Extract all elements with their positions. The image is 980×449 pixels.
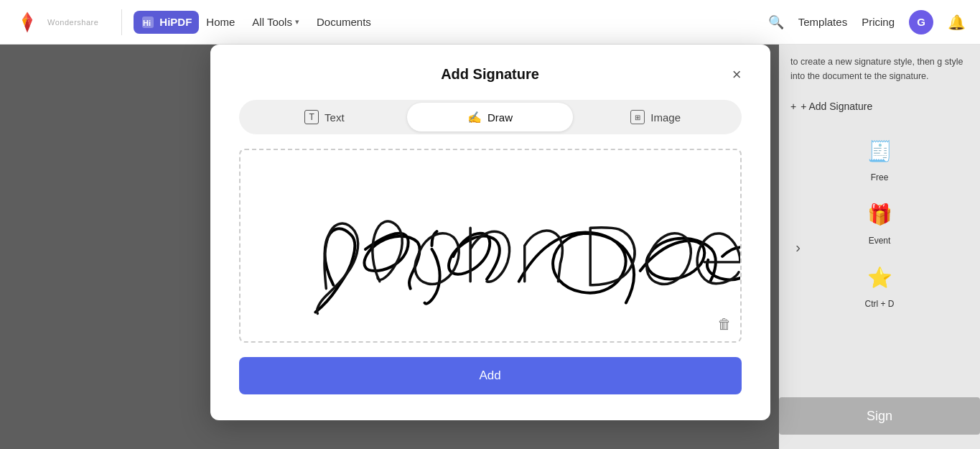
- draw-tab-label: Draw: [487, 111, 513, 124]
- hipdf-badge[interactable]: Hi HiPDF: [134, 11, 199, 34]
- event-label: Event: [869, 236, 891, 246]
- clear-signature-button[interactable]: 🗑: [717, 316, 732, 333]
- tab-draw[interactable]: ✍ Draw: [407, 103, 573, 131]
- brand-name: Wondershare: [47, 18, 98, 27]
- event-icon: 🎁: [862, 197, 897, 231]
- user-avatar[interactable]: G: [909, 10, 933, 34]
- all-tools-chevron-icon: ▾: [295, 17, 299, 27]
- sidebar-hint-text: to create a new signature style, then g …: [779, 45, 980, 93]
- svg-text:Hi: Hi: [143, 19, 151, 27]
- add-signature-sidebar[interactable]: + + Add Signature: [779, 93, 980, 119]
- nav-right: 🔍 Templates Pricing G 🔔: [768, 10, 966, 34]
- nav-pricing[interactable]: Pricing: [862, 16, 895, 28]
- nav-divider: [121, 9, 122, 35]
- nav-links: Home All Tools ▾ Documents: [206, 16, 370, 28]
- nav-all-tools[interactable]: All Tools ▾: [252, 16, 299, 28]
- nav-home[interactable]: Home: [206, 16, 235, 28]
- image-tab-icon: ⊞: [630, 110, 645, 124]
- modal-close-button[interactable]: ×: [732, 67, 742, 83]
- signature-drawing: [241, 150, 740, 341]
- signature-canvas[interactable]: 🗑: [239, 149, 742, 343]
- modal-title: Add Signature: [441, 66, 539, 83]
- add-signature-icon: +: [790, 101, 796, 112]
- hipdf-label: HiPDF: [159, 16, 192, 28]
- hipdf-icon: Hi: [141, 15, 155, 29]
- nav-templates[interactable]: Templates: [798, 16, 847, 28]
- modal-header: Add Signature ×: [239, 66, 742, 83]
- sidebar-free-item[interactable]: 🧾 Free: [779, 134, 980, 182]
- brand-logo[interactable]: Wondershare: [14, 9, 98, 35]
- draw-tab-icon: ✍: [467, 111, 482, 124]
- sidebar-ctrl-d-item[interactable]: ⭐ Ctrl + D: [779, 260, 980, 309]
- add-signature-button[interactable]: Add: [239, 357, 742, 394]
- star-icon: ⭐: [862, 260, 897, 295]
- free-icon: 🧾: [862, 134, 897, 168]
- sidebar-panel: to create a new signature style, then g …: [779, 45, 980, 449]
- add-signature-modal: Add Signature × T Text ✍ Draw ⊞ Image: [210, 45, 770, 420]
- navbar: Wondershare Hi HiPDF Home All Tools ▾ Do…: [0, 0, 980, 45]
- ctrl-d-label: Ctrl + D: [864, 299, 894, 309]
- nav-documents[interactable]: Documents: [317, 16, 371, 28]
- free-label: Free: [871, 172, 889, 182]
- text-tab-icon: T: [304, 110, 319, 124]
- text-tab-label: Text: [325, 111, 345, 124]
- wondershare-logo-icon: [14, 9, 40, 35]
- tab-text[interactable]: T Text: [242, 103, 408, 131]
- notification-bell-icon[interactable]: 🔔: [948, 14, 966, 31]
- image-tab-label: Image: [650, 111, 681, 124]
- sidebar-expand-chevron-icon[interactable]: ›: [795, 239, 801, 255]
- sign-button[interactable]: Sign: [779, 397, 980, 435]
- search-icon[interactable]: 🔍: [768, 14, 784, 30]
- sidebar-event-item[interactable]: 🎁 Event: [779, 197, 980, 246]
- tab-image[interactable]: ⊞ Image: [573, 103, 739, 131]
- signature-tabs: T Text ✍ Draw ⊞ Image: [239, 100, 742, 134]
